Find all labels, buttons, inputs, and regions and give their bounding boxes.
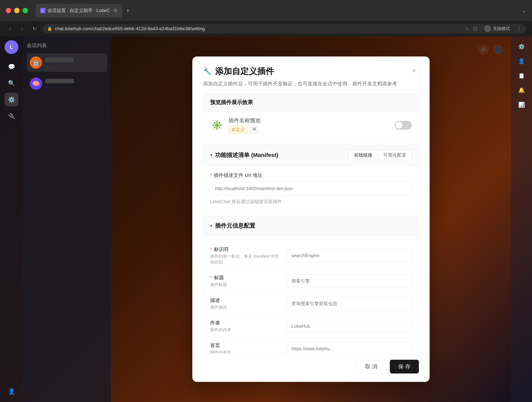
- title-required-star: *: [210, 275, 212, 280]
- sidebar-icon-chat[interactable]: 💬: [5, 60, 18, 74]
- menu-icon[interactable]: ⋮: [517, 26, 522, 32]
- active-tab[interactable]: L 会话设置 · 自定义助手 · LobeC ×: [36, 4, 122, 17]
- dialog-close-button[interactable]: ×: [409, 66, 419, 76]
- field-label-identifier: * 标识符: [210, 246, 283, 253]
- sidebar-bottom: 👤: [5, 384, 18, 398]
- chat-info-2: ...: [45, 79, 104, 89]
- traffic-lights: [6, 8, 28, 13]
- chat-preview-1: ...: [45, 63, 104, 68]
- tab-split-icon[interactable]: ⊡: [473, 26, 477, 32]
- field-row-title: * 标题 插件标题: [210, 270, 412, 292]
- field-label-col-description: 描述 插件描述: [210, 297, 283, 310]
- manifest-section-body: * 插件描述文件 Url 地址 LobeChat 将会通过该链接安装插件: [203, 166, 419, 211]
- right-sidebar-icon-5[interactable]: 📊: [515, 98, 528, 111]
- identifier-input[interactable]: [287, 249, 412, 262]
- author-label: 作者: [210, 320, 220, 326]
- dialog-title-row: 🔧 添加自定义插件: [203, 66, 397, 77]
- address-text: chat.lobehub.com/chat/2edce965-debb-412d…: [55, 26, 462, 31]
- left-panel: 会话列表 🤖 ... 🧠 ...: [23, 36, 111, 402]
- sidebar-logo: L: [5, 40, 18, 54]
- manifest-section-header: ▾ 功能描述清单 (Manifest) 在线链接 可视化配置: [203, 145, 419, 166]
- title-input[interactable]: [287, 274, 412, 287]
- cancel-button[interactable]: 取 消: [356, 360, 386, 373]
- sidebar-icon-plugins[interactable]: 🔌: [5, 109, 18, 123]
- identifier-required-star: *: [210, 247, 212, 252]
- chat-name-1: [45, 58, 74, 62]
- tab-title: 会话设置 · 自定义助手 · LobeC: [47, 7, 110, 13]
- url-hint: LobeChat 将会通过该链接安装插件: [210, 198, 412, 205]
- title-label: 标题: [214, 275, 224, 281]
- new-tab-button[interactable]: +: [124, 5, 132, 16]
- refresh-button[interactable]: ↻: [30, 25, 39, 33]
- tab-favicon: L: [40, 8, 45, 13]
- field-input-author: [287, 320, 412, 333]
- manifest-collapse-icon[interactable]: ▾: [210, 152, 212, 158]
- field-input-title: [287, 274, 412, 287]
- description-label: 描述: [210, 297, 220, 303]
- right-sidebar-icon-2[interactable]: 👤: [515, 55, 528, 67]
- forward-button[interactable]: ›: [18, 25, 26, 33]
- plugin-toggle[interactable]: [395, 121, 412, 130]
- chat-preview-2: ...: [45, 84, 104, 89]
- field-label-homepage: 首页: [210, 342, 283, 349]
- tag-id: id: [250, 126, 259, 134]
- save-button[interactable]: 保 存: [390, 360, 419, 373]
- description-input[interactable]: [287, 297, 412, 310]
- preview-plugin-info: 插件名称预览 自定义 id: [228, 117, 261, 134]
- tab-online-link[interactable]: 在线链接: [349, 150, 378, 160]
- preview-section-header: 预览插件展示效果: [203, 93, 419, 112]
- address-bar[interactable]: 🔒 chat.lobehub.com/chat/2edce965-debb-41…: [43, 24, 526, 34]
- chat-avatar-2: 🧠: [30, 77, 42, 90]
- homepage-input[interactable]: [287, 342, 412, 354]
- close-traffic-light[interactable]: [6, 8, 11, 13]
- url-input[interactable]: [210, 182, 412, 195]
- manifest-tabs: 在线链接 可视化配置: [348, 150, 412, 160]
- dialog: 🔧 添加自定义插件 添加自定义插件后，可用于插件开发验证，也可直接在会话中使用。…: [192, 57, 430, 382]
- field-row-homepage: 首页 插件的首页: [210, 338, 412, 353]
- chat-item-1[interactable]: 🤖 ...: [27, 53, 107, 72]
- meta-section: ▾ 插件元信息配置 * 标识符: [203, 216, 419, 353]
- sidebar-icon-settings[interactable]: ⚙️: [5, 93, 18, 106]
- incognito-label: 无痕模式: [493, 26, 510, 32]
- right-sidebar-icon-3[interactable]: 📋: [515, 69, 528, 82]
- right-sidebar-icon-4[interactable]: 🔔: [515, 84, 528, 96]
- tab-close-button[interactable]: ×: [114, 8, 118, 13]
- manifest-section-title: 功能描述清单 (Manifest): [215, 151, 278, 159]
- field-label-col-homepage: 首页 插件的首页: [210, 342, 283, 353]
- preview-section: 预览插件展示效果 ✳️ 插件名称预览 自定义 id: [203, 93, 419, 139]
- meta-section-header: ▾ 插件元信息配置: [203, 217, 419, 235]
- dialog-footer: 取 消 保 存: [192, 353, 430, 382]
- dialog-overlay: 🔧 添加自定义插件 添加自定义插件后，可用于插件开发验证，也可直接在会话中使用。…: [111, 36, 511, 402]
- field-row-identifier: * 标识符 插件的唯一标识，将从 manifest 中自动识别: [210, 241, 412, 270]
- profile-button[interactable]: 无痕模式: [481, 24, 513, 33]
- maximize-traffic-light[interactable]: [23, 8, 28, 13]
- dialog-plugin-icon: 🔧: [203, 67, 212, 76]
- dialog-title: 添加自定义插件: [215, 66, 274, 77]
- tab-visual-config[interactable]: 可视化配置: [378, 150, 412, 160]
- bookmark-icon[interactable]: ☆: [465, 26, 469, 32]
- homepage-desc: 插件的首页: [210, 350, 283, 353]
- sidebar: L 💬 🔍 ⚙️ 🔌 👤: [0, 36, 23, 402]
- manifest-section: ▾ 功能描述清单 (Manifest) 在线链接 可视化配置 * 插: [203, 144, 419, 211]
- right-sidebar: ⚙️ 👤 📋 🔔 📊: [511, 36, 532, 402]
- profile-avatar: [484, 25, 491, 32]
- identifier-label: 标识符: [214, 246, 229, 252]
- right-sidebar-icon-1[interactable]: ⚙️: [515, 40, 528, 53]
- homepage-label: 首页: [210, 343, 220, 348]
- browser-chrome: L 会话设置 · 自定义助手 · LobeC × + ⌄: [0, 0, 532, 21]
- meta-section-body: * 标识符 插件的唯一标识，将从 manifest 中自动识别: [203, 235, 419, 353]
- preview-tags: 自定义 id: [228, 126, 261, 134]
- sidebar-icon-user[interactable]: 👤: [5, 384, 18, 398]
- field-input-homepage: [287, 342, 412, 354]
- url-required-star: *: [210, 172, 212, 178]
- lock-icon: 🔒: [47, 26, 52, 31]
- tab-more-button[interactable]: ⌄: [522, 7, 526, 14]
- address-bar-actions: ☆ ⊡ 无痕模式 ⋮: [465, 24, 522, 33]
- author-input[interactable]: [287, 320, 412, 333]
- back-button[interactable]: ‹: [6, 25, 14, 33]
- address-bar-row: ‹ › ↻ 🔒 chat.lobehub.com/chat/2edce965-d…: [0, 21, 532, 36]
- chat-item-2[interactable]: 🧠 ...: [27, 75, 107, 93]
- minimize-traffic-light[interactable]: [14, 8, 19, 13]
- sidebar-icon-search[interactable]: 🔍: [5, 76, 18, 90]
- meta-collapse-icon[interactable]: ▾: [210, 223, 212, 229]
